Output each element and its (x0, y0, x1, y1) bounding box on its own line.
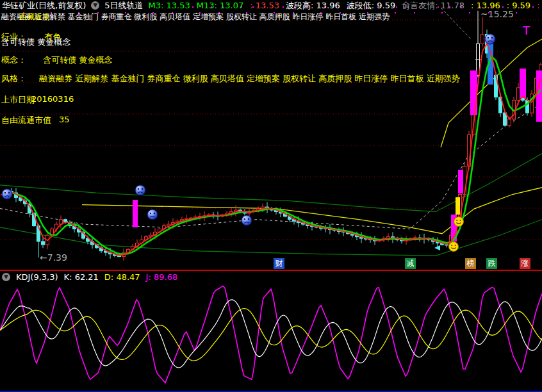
signal-dot (516, 12, 517, 13)
sad-face-marker (485, 34, 495, 44)
chevron-down-icon[interactable]: ▼ (91, 1, 99, 10)
signal-dot (441, 12, 443, 13)
sad-face-marker (2, 189, 12, 199)
topbar-value: 俞言友情: 11.78 (402, 0, 464, 11)
signal-dot (488, 12, 489, 13)
kdj-d-value: D: 48.47 (104, 272, 140, 282)
topbar-value: : 13.07 (537, 0, 542, 11)
chart-badge-减[interactable]: 减 (405, 258, 416, 269)
tags-overlay: 西藏板块 (19, 12, 50, 22)
style-label: 风格： (1, 74, 26, 83)
signal-dot (414, 12, 415, 13)
chart-badge-跌[interactable]: 跌 (486, 258, 497, 269)
highlight-bar-yellow (456, 197, 460, 215)
sad-face-marker (147, 209, 158, 220)
listing-date-label: 上市日期 (1, 95, 35, 104)
signal-dot (469, 12, 470, 13)
topbar-value: M13: 13.07 (197, 0, 244, 11)
listing-date-row: 20160316 上市日期 (1, 94, 35, 106)
topbar-values: M3: 13.53M13: 13.07: 13.53波段高: 13.96波段低:… (149, 0, 542, 11)
candle-body (481, 35, 484, 44)
style-value[interactable]: 融资融券 近期解禁 基金独门 券商重仓 微利股 高贝塔值 定增预案 股权转让 高… (39, 74, 459, 83)
topbar-value: 波段高: 13.96 (286, 0, 340, 11)
candle-body (517, 88, 520, 101)
kdj-chart[interactable] (0, 283, 542, 392)
concept-row: 概念： 含可转债 黄金概念 (1, 54, 112, 66)
stock-title: 华钰矿业(日线,前复权) (2, 0, 86, 11)
concept-plain-row: 含可转债 黄金概念 (1, 37, 70, 48)
topbar-value: 波段低: 9.59 (347, 0, 395, 11)
candle-body (508, 119, 511, 126)
style-row: 风格： 融资融券 近期解禁 基金独门 券商重仓 微利股 高贝塔值 定增预案 股权… (1, 73, 460, 85)
candle-body (42, 241, 45, 245)
sad-face-marker (242, 215, 252, 225)
main-chart[interactable]: ←7.39~15.25T (0, 0, 542, 272)
float-cap-label: 自由流通市值 (1, 115, 51, 125)
highlight-bar-magenta (520, 69, 526, 98)
low-price-label: ←7.39 (40, 252, 67, 263)
kdj-j-line (0, 286, 542, 383)
topbar-value: : 13.53 (250, 0, 279, 11)
concept-value[interactable]: 含可转债 黄金概念 (43, 55, 112, 65)
chart-badge-榜[interactable]: 榜 (465, 258, 476, 269)
kdj-header: ▼ KDJ(9,3,3) K: 62.21 D: 48.47 J: 89.68 (0, 272, 542, 282)
topbar-value: : 13.96 (471, 0, 500, 11)
smiley-marker (449, 242, 459, 252)
chart-badge-财[interactable]: 财 (274, 258, 284, 269)
kdj-chevron-down-icon[interactable]: ▼ (2, 273, 10, 281)
highlight-bar-magenta (458, 170, 463, 193)
tags-line: 融资融券 近期解禁 基金独门 券商重仓 微利股 高贝塔值 定增预案 股权转让 高… (1, 12, 390, 22)
float-cap-row: 35 自由流通市值 (1, 115, 51, 126)
topbar-value: : 9.59 (507, 0, 530, 11)
kdj-d-line (0, 309, 542, 361)
sad-face-marker (135, 185, 145, 195)
highlight-bar-magenta (536, 70, 542, 122)
kdj-title[interactable]: KDJ(9,3,3) (16, 272, 58, 282)
topbar-value: M3: 13.53 (149, 0, 190, 11)
channel-midline-top (441, 8, 471, 39)
app-window: ←7.39~15.25T 华钰矿业(日线,前复权) ▼ 5日线轨道 M3: 13… (0, 0, 542, 392)
listing-date-value: 20160316 (31, 94, 74, 104)
t-flag-label: T (522, 24, 530, 37)
top-bar: 华钰矿业(日线,前复权) ▼ 5日线轨道 M3: 13.53M13: 13.07… (0, 0, 542, 11)
kdj-j-value: J: 89.68 (146, 272, 178, 282)
indicator-name: 5日线轨道 (104, 0, 143, 11)
float-cap-value: 35 (59, 115, 70, 124)
concept-label: 概念： (1, 55, 26, 65)
signal-dot (395, 12, 396, 13)
smiley-marker (454, 217, 464, 227)
kdj-k-value: K: 62.21 (64, 272, 99, 282)
highlight-bar-magenta (470, 70, 477, 115)
chart-badge-涨[interactable]: 涨 (520, 258, 530, 269)
panel-separator (0, 270, 542, 271)
highlight-bar-magenta (133, 200, 138, 227)
